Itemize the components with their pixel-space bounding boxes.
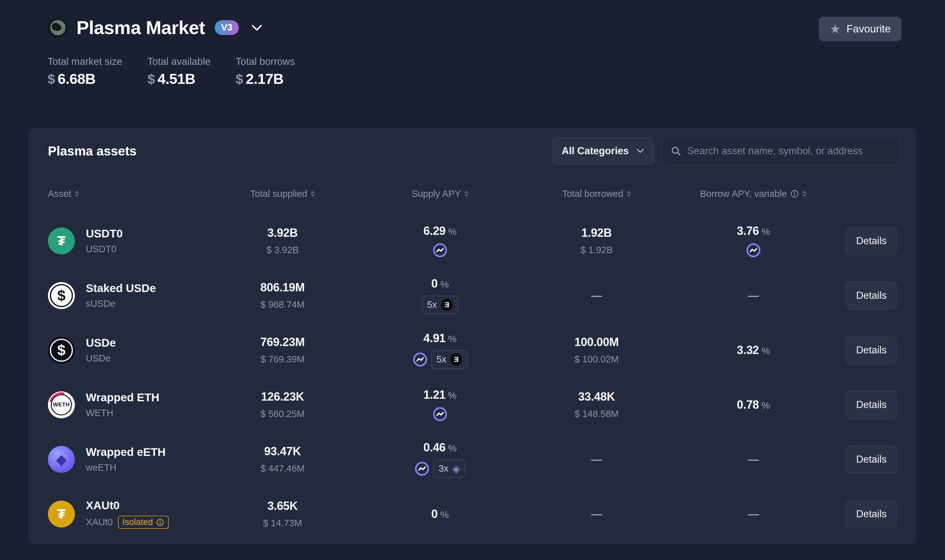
borrow-apy-cell: 3.32 % [689, 343, 818, 357]
column-header-total-supplied[interactable]: Total supplied [189, 189, 376, 199]
supply-apy-cell: 6.29 % [376, 224, 504, 258]
borrowed-usd: $ 100.02M [574, 354, 618, 365]
asset-icon: ₮ [48, 500, 75, 528]
supplied-usd: $ 968.74M [261, 300, 304, 310]
asset-symbol: WETH [86, 408, 113, 418]
stat-label: Total borrows [236, 56, 295, 68]
isolated-badge[interactable]: Isolated [118, 516, 169, 529]
supply-apy-cell: 0 % [376, 507, 504, 521]
search-input[interactable] [687, 145, 892, 157]
details-button[interactable]: Details [846, 227, 897, 255]
supply-apy-value: 4.91 [423, 332, 446, 345]
supplied-usd: $ 447.46M [261, 463, 304, 474]
multiplier-protocol-icon: ◈ [452, 463, 460, 475]
asset-cell: $ Staked USDe sUSDe [48, 282, 189, 309]
percent-sign: % [448, 443, 457, 454]
stat-label: Total market size [48, 56, 122, 68]
borrowed-amount: 1.92B [581, 226, 612, 240]
borrow-apy-cell: — [689, 289, 818, 302]
details-button[interactable]: Details [846, 445, 897, 474]
total-borrowed-cell: — [504, 508, 689, 520]
total-supplied-cell: 3.92B $ 3.92B [189, 226, 376, 255]
supply-apy-value: 0.46 [423, 441, 446, 454]
details-button[interactable]: Details [846, 391, 897, 419]
stat-label: Total available [148, 56, 211, 68]
asset-cell: ₮ XAUt0 XAUt0 Isolated [48, 499, 189, 529]
asset-cell: ◆ Wrapped eETH weETH [48, 446, 189, 473]
multiplier-value: 3x [438, 463, 449, 474]
plasma-logo-icon [48, 17, 68, 38]
percent-sign: % [448, 390, 457, 401]
category-filter-dropdown[interactable]: All Categories [552, 137, 654, 165]
merit-reward-icon[interactable] [413, 352, 427, 367]
favourite-button[interactable]: ★ Favourite [819, 17, 901, 41]
asset-cell: $ USDe USDe [48, 336, 189, 364]
asset-symbol: sUSDe [86, 298, 116, 309]
details-button[interactable]: Details [846, 500, 897, 528]
merit-reward-icon[interactable] [746, 243, 761, 258]
stat-total-borrows: Total borrows $ 2.17B [236, 56, 295, 88]
borrow-apy-value: 0.78 [737, 398, 759, 412]
percent-sign: % [440, 509, 449, 520]
empty-value-dash: — [591, 289, 602, 302]
total-supplied-cell: 806.19M $ 968.74M [189, 281, 376, 310]
empty-value-dash: — [591, 453, 602, 466]
asset-row[interactable]: ◆ Wrapped eETH weETH 93.47K $ 447.46M 0.… [29, 432, 916, 486]
market-dropdown-chevron-icon[interactable] [249, 22, 265, 34]
apy-multiplier-badge[interactable]: 3x ◈ [433, 460, 465, 478]
column-header-total-borrowed[interactable]: Total borrowed [504, 189, 689, 199]
asset-row[interactable]: ₮ XAUt0 XAUt0 Isolated [29, 486, 916, 541]
borrow-apy-cell: 0.78 % [689, 398, 818, 412]
details-button[interactable]: Details [846, 282, 897, 310]
asset-row[interactable]: WETH Wrapped ETH WETH 126.23K $ 560.25M … [29, 377, 916, 432]
asset-row[interactable]: ₮ USDT0 USDT0 3.92B $ 3.92B 6.29 % [29, 213, 916, 268]
asset-row[interactable]: $ Staked USDe sUSDe 806.19M $ 968.74M 0 … [29, 268, 916, 323]
empty-value-dash: — [748, 289, 759, 302]
total-supplied-cell: 93.47K $ 447.46M [189, 445, 376, 474]
asset-icon: $ [48, 282, 75, 309]
percent-sign: % [762, 400, 770, 411]
chevron-down-icon [637, 148, 644, 154]
stat-value: 6.68B [57, 71, 96, 88]
supplied-usd: $ 560.25M [261, 409, 304, 419]
info-icon [156, 518, 164, 526]
search-icon [671, 146, 681, 157]
supply-apy-value: 0 [432, 507, 438, 521]
multiplier-protocol-icon: Ǝ [450, 354, 462, 366]
stat-total-market-size: Total market size $ 6.68B [48, 56, 122, 88]
borrow-apy-value: 3.32 [737, 343, 759, 357]
apy-multiplier-badge[interactable]: 5x Ǝ [422, 295, 458, 314]
top-bar: Plasma Market V3 ★ Favourite [29, 0, 916, 41]
asset-name: Staked USDe [86, 282, 156, 294]
apy-multiplier-badge[interactable]: 5x Ǝ [432, 350, 468, 369]
sort-icon [310, 191, 315, 197]
column-header-asset[interactable]: Asset [48, 189, 189, 199]
borrow-apy-cell: — [689, 508, 818, 520]
total-borrowed-cell: 1.92B $ 1.92B [504, 226, 689, 255]
asset-cell: WETH Wrapped ETH WETH [48, 391, 189, 418]
percent-sign: % [762, 345, 770, 356]
percent-sign: % [440, 279, 449, 290]
borrowed-usd: $ 1.92B [581, 245, 613, 255]
borrow-apy-cell: — [689, 453, 818, 466]
column-header-borrow-apy[interactable]: Borrow APY, variable [689, 189, 818, 199]
column-header-supply-apy[interactable]: Supply APY [376, 189, 504, 199]
asset-row[interactable]: $ USDe USDe 769.23M $ 769.39M 4.91 % [29, 323, 916, 377]
asset-symbol: USDe [86, 353, 111, 364]
percent-sign: % [448, 226, 457, 237]
assets-panel: Plasma assets All Categories [29, 128, 916, 544]
sort-icon [626, 191, 631, 197]
empty-value-dash: — [748, 508, 759, 520]
merit-reward-icon[interactable] [433, 243, 447, 258]
merit-reward-icon[interactable] [433, 407, 447, 422]
total-borrowed-cell: — [504, 289, 689, 302]
total-borrowed-cell: 33.48K $ 148.58M [504, 390, 689, 419]
stat-value: 4.51B [157, 71, 196, 88]
info-icon[interactable] [790, 189, 799, 198]
merit-reward-icon[interactable] [415, 462, 429, 476]
assets-table-body: ₮ USDT0 USDT0 3.92B $ 3.92B 6.29 % [29, 213, 916, 541]
borrowed-amount: 33.48K [578, 390, 615, 403]
panel-title: Plasma assets [48, 144, 137, 158]
total-supplied-cell: 769.23M $ 769.39M [189, 335, 376, 365]
details-button[interactable]: Details [846, 336, 897, 364]
